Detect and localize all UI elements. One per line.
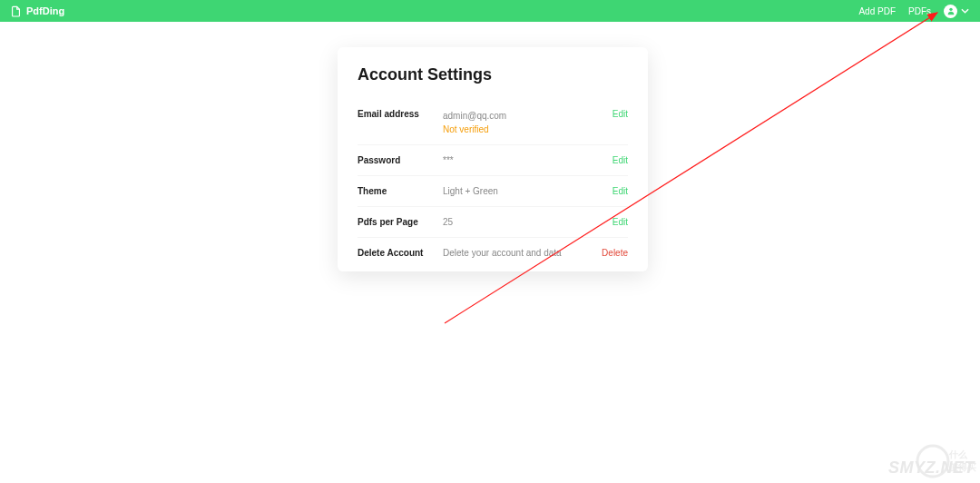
- watermark-text: SMYZ.NET: [888, 458, 975, 478]
- delete-account-value: Delete your account and data: [443, 246, 593, 260]
- password-value: ***: [443, 153, 603, 167]
- email-value-group: admin@qq.com Not verified: [443, 109, 603, 136]
- email-value: admin@qq.com: [443, 109, 603, 123]
- delete-account-button[interactable]: Delete: [602, 248, 628, 258]
- pdfs-per-page-label: Pdfs per Page: [358, 217, 443, 227]
- delete-account-label: Delete Account: [358, 248, 443, 258]
- header-bar: PdfDing Add PDF PDFs: [0, 0, 980, 22]
- theme-edit-button[interactable]: Edit: [612, 186, 628, 196]
- email-verified-status: Not verified: [443, 123, 603, 136]
- header-left: PdfDing: [11, 5, 64, 17]
- header-right: Add PDF PDFs: [858, 5, 969, 18]
- email-label: Email address: [358, 109, 443, 119]
- theme-label: Theme: [358, 186, 443, 196]
- pdfs-per-page-value: 25: [443, 215, 603, 229]
- user-menu-toggle[interactable]: [944, 5, 969, 18]
- row-theme: Theme Light + Green Edit: [358, 176, 628, 207]
- row-pdfs-per-page: Pdfs per Page 25 Edit: [358, 207, 628, 238]
- document-icon: [11, 5, 21, 17]
- row-email: Email address admin@qq.com Not verified …: [358, 101, 628, 145]
- nav-pdfs[interactable]: PDFs: [908, 6, 931, 16]
- email-edit-button[interactable]: Edit: [612, 109, 628, 119]
- avatar-icon: [944, 5, 957, 18]
- theme-value: Light + Green: [443, 184, 603, 198]
- password-edit-button[interactable]: Edit: [612, 155, 628, 165]
- chevron-down-icon: [961, 8, 969, 14]
- settings-card: Account Settings Email address admin@qq.…: [338, 47, 648, 271]
- svg-point-0: [949, 8, 952, 11]
- pdfs-per-page-edit-button[interactable]: Edit: [612, 217, 628, 227]
- row-password: Password *** Edit: [358, 145, 628, 176]
- password-label: Password: [358, 155, 443, 165]
- page-title: Account Settings: [358, 65, 628, 84]
- row-delete-account: Delete Account Delete your account and d…: [358, 238, 628, 268]
- brand-name[interactable]: PdfDing: [26, 5, 64, 16]
- nav-add-pdf[interactable]: Add PDF: [858, 6, 896, 16]
